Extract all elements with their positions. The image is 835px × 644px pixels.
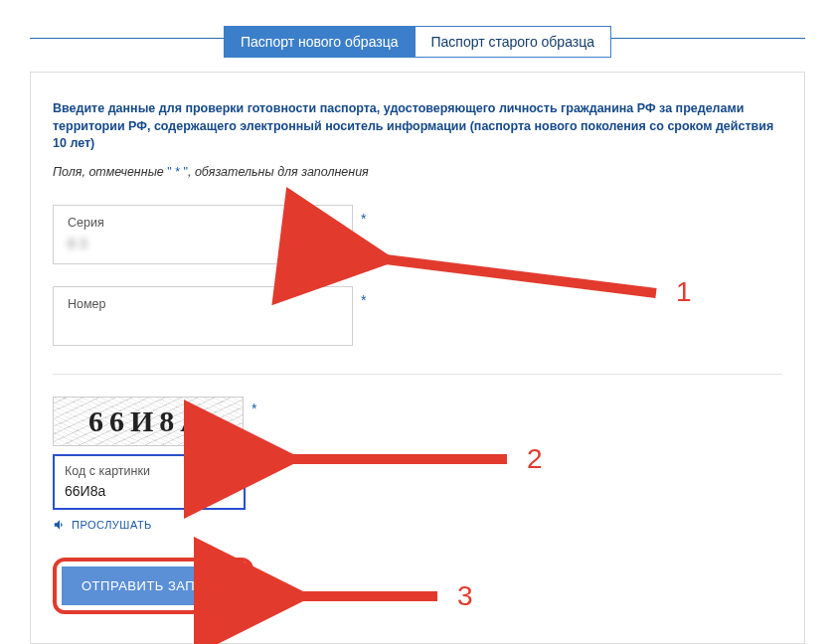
number-required-mark: * [361,292,366,308]
tabs: Паспорт нового образца Паспорт старого о… [224,26,611,58]
captcha-block: 66И8А * Код с картинки ПРОСЛУШАТЬ [53,397,782,536]
captcha-input-label: Код с картинки [65,464,234,478]
captcha-image: 66И8А [53,397,244,446]
intro-text: Введите данные для проверки готовности п… [53,100,782,153]
submit-button[interactable]: ОТПРАВИТЬ ЗАПРОС [62,566,245,605]
number-label: Номер [68,297,340,311]
number-value [68,317,340,333]
number-field[interactable]: Номер [53,286,353,346]
series-field[interactable]: Серия 8 3 [53,205,353,264]
captcha-distorted-text: 66И8А [88,404,208,438]
required-hint: Поля, отмеченные " * ", обязательны для … [53,165,782,179]
series-field-wrap: Серия 8 3 * [53,205,782,264]
listen-label: ПРОСЛУШАТЬ [72,519,152,531]
annotation-number-1: 1 [676,276,692,308]
series-label: Серия [68,216,340,230]
captcha-input[interactable] [65,483,234,499]
listen-button[interactable]: ПРОСЛУШАТЬ [53,518,152,532]
submit-highlight: ОТПРАВИТЬ ЗАПРОС [53,558,253,614]
hint-asterisk: " * " [167,165,188,179]
tab-old-passport[interactable]: Паспорт старого образца [415,26,611,58]
hint-suffix: , обязательны для заполнения [188,165,369,179]
captcha-input-wrap: Код с картинки [53,454,246,510]
number-field-wrap: Номер * [53,286,782,346]
series-value: 8 3 [68,236,340,251]
separator [53,374,782,375]
tab-new-passport[interactable]: Паспорт нового образца [224,26,416,58]
annotation-number-2: 2 [527,443,543,475]
hint-prefix: Поля, отмеченные [53,165,167,179]
series-required-mark: * [361,211,366,227]
annotation-number-3: 3 [457,580,473,612]
form-panel: Введите данные для проверки готовности п… [30,72,805,644]
audio-icon [53,518,67,532]
captcha-required-mark: * [251,401,256,416]
